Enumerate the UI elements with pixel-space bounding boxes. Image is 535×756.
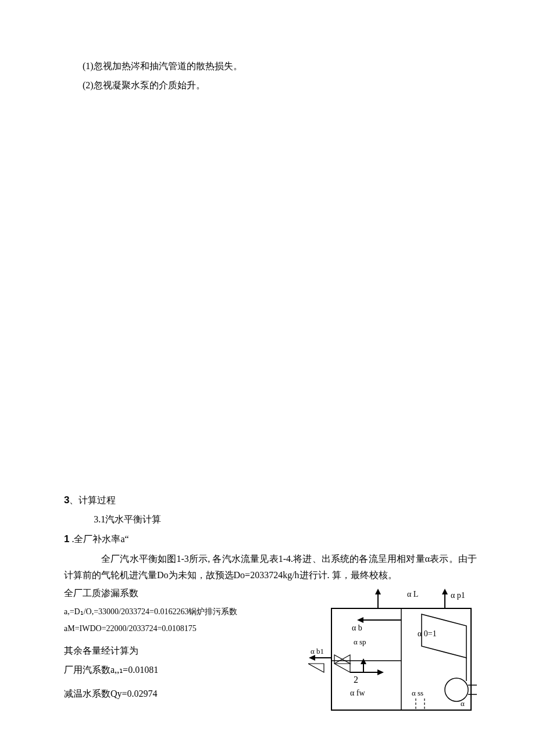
section-1-heading: 1 .全厂补水率a“ <box>64 531 477 549</box>
label-alpha-p1: α p1 <box>451 591 465 600</box>
label-alpha-ss: α ss <box>412 689 423 697</box>
label-alpha-fw: α fw <box>350 689 365 697</box>
steam-water-balance-diagram: α L α p1 α b1 <box>308 585 477 719</box>
label-alpha-0-1: α 0=1 <box>418 629 437 638</box>
rest-title: 其余各量经计算为 <box>64 643 297 660</box>
cooling-water-coef: 减温水系数Qy=0.02974 <box>64 686 297 703</box>
label-alpha-sp: α sp <box>354 637 366 646</box>
intro-line-1: (1)忽视加热涔和抽汽管道的散热损失。 <box>64 58 477 75</box>
svg-marker-4 <box>375 589 381 594</box>
leak-coef-title: 全厂工质渗漏系数 <box>64 585 297 602</box>
blank-space <box>64 96 477 492</box>
formula-1: a,=D₁/O,=33000/2033724=0.0162263锅炉排污系数 <box>64 604 297 619</box>
label-2: 2 <box>354 675 358 685</box>
intro-line-2: (2)忽视凝聚水泵的介质始升。 <box>64 77 477 94</box>
svg-marker-16 <box>361 658 366 664</box>
section-1-title: 全厂补水率a“ <box>74 534 129 544</box>
label-alpha-L: α L <box>407 590 418 599</box>
svg-marker-14 <box>377 669 384 675</box>
label-alpha-right: α <box>461 699 465 708</box>
section-3-1-heading: 3.1汽水平衡计算 <box>64 511 477 528</box>
label-alpha-b1: α b1 <box>311 647 324 655</box>
label-alpha-b: α b <box>352 624 362 632</box>
factory-steam-coef: 厂用汽系数a,,₁=0.01081 <box>64 662 297 679</box>
left-column: 全厂工质渗漏系数 a,=D₁/O,=33000/2033724=0.016226… <box>64 585 297 705</box>
svg-marker-20 <box>357 617 363 623</box>
section-3-heading: 3、计算过程 <box>64 492 477 510</box>
formula-2: aM=IWDO=22000/2033724=0.0108175 <box>64 621 297 636</box>
svg-point-8 <box>445 678 468 701</box>
svg-marker-6 <box>442 589 448 594</box>
section-3-sep: 、 <box>69 495 79 505</box>
svg-marker-12 <box>309 655 315 661</box>
diagram-container: α L α p1 α b1 <box>308 585 477 719</box>
section-3-title: 计算过程 <box>79 495 116 505</box>
section-1-paragraph: 全厂汽水平衡如图1-3所示, 各汽水流量见表1-4.将进、出系统的各流呈用相对量… <box>64 551 477 585</box>
